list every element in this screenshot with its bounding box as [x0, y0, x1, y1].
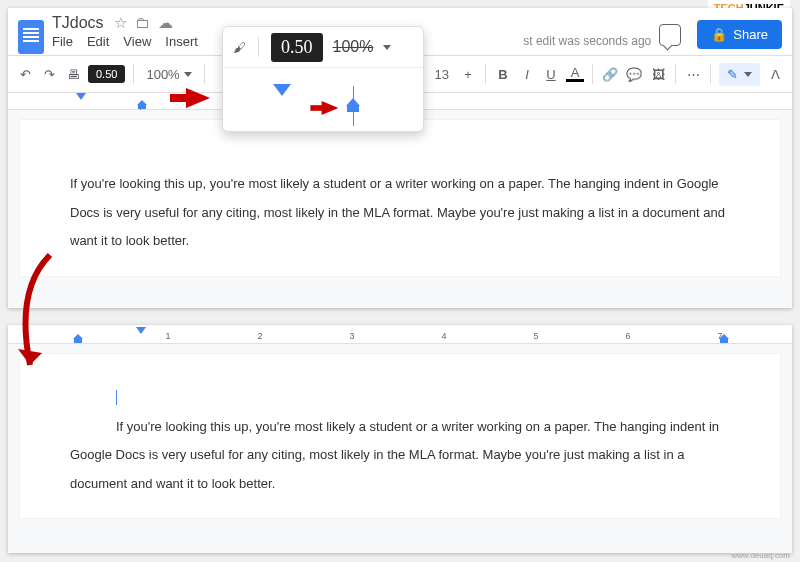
more-icon[interactable]: ⋯ [684, 67, 702, 82]
ruler-number: 1 [165, 331, 170, 341]
ruler-number: 6 [625, 331, 630, 341]
menu-insert[interactable]: Insert [165, 34, 198, 49]
zoom-label: 100% [333, 38, 374, 56]
expand-icon[interactable]: ᐱ [766, 67, 784, 82]
ruler-number: 7 [717, 331, 722, 341]
share-button[interactable]: 🔒 Share [697, 20, 782, 49]
image-icon[interactable]: 🖼 [649, 67, 667, 82]
ruler-number: 4 [441, 331, 446, 341]
bold-button[interactable]: B [494, 67, 512, 82]
left-indent-marker[interactable] [347, 106, 359, 112]
ruler-zoom-popup: 🖌 0.50 100% [222, 26, 424, 132]
print-icon[interactable]: 🖶 [64, 67, 82, 82]
left-indent-marker[interactable] [74, 339, 82, 343]
star-icon[interactable]: ☆ [114, 14, 127, 32]
indent-value-large: 0.50 [271, 33, 323, 62]
first-line-indent-marker[interactable] [136, 327, 146, 334]
ruler-number: 3 [349, 331, 354, 341]
add-comment-icon[interactable]: 💬 [625, 67, 643, 82]
chevron-down-icon [184, 72, 192, 77]
document-page[interactable]: If you're looking this up, you're most l… [20, 120, 780, 276]
source-watermark: www.deuaq.com [731, 551, 790, 560]
ruler-number: 5 [533, 331, 538, 341]
document-page-result[interactable]: If you're looking this up, you're most l… [20, 354, 780, 518]
cloud-status-icon: ☁ [158, 14, 173, 32]
zoom-select[interactable]: 100% [142, 67, 195, 82]
undo-icon[interactable]: ↶ [16, 67, 34, 82]
menu-edit[interactable]: Edit [87, 34, 109, 49]
document-title[interactable]: TJdocs [52, 14, 104, 32]
instruction-arrow-icon [186, 88, 210, 108]
first-line-indent-marker[interactable] [76, 93, 86, 100]
docs-logo-icon[interactable] [18, 20, 44, 54]
font-size-select[interactable]: 13 [431, 67, 453, 82]
comment-icon[interactable] [659, 24, 681, 46]
instruction-curve-arrow-icon [10, 250, 70, 390]
editing-mode-button[interactable]: ✎ [719, 63, 760, 86]
body-text: If you're looking this up, you're most l… [70, 413, 730, 499]
body-text: If you're looking this up, you're most l… [70, 176, 725, 248]
chevron-down-icon [744, 72, 752, 77]
first-line-indent-marker[interactable] [273, 84, 291, 96]
indent-value-tag: 0.50 [88, 65, 125, 83]
text-cursor [116, 390, 117, 405]
move-icon[interactable]: 🗀 [135, 14, 150, 32]
ruler-bottom[interactable]: 1 2 3 4 5 6 7 [8, 325, 792, 344]
edit-status: st edit was seconds ago [523, 34, 651, 49]
link-icon[interactable]: 🔗 [601, 67, 619, 82]
underline-button[interactable]: U [542, 67, 560, 82]
ruler-number: 2 [257, 331, 262, 341]
text-color-button[interactable]: A [566, 66, 584, 82]
menu-view[interactable]: View [123, 34, 151, 49]
italic-button[interactable]: I [518, 67, 536, 82]
lock-icon: 🔒 [711, 27, 727, 42]
menu-file[interactable]: File [52, 34, 73, 49]
chevron-down-icon [383, 45, 391, 50]
paint-format-icon[interactable]: 🖌 [233, 40, 246, 55]
pencil-icon: ✎ [727, 67, 738, 82]
bottom-panel: 1 2 3 4 5 6 7 If you're looking this up,… [8, 325, 792, 553]
redo-icon[interactable]: ↷ [40, 67, 58, 82]
instruction-arrow-icon [322, 101, 339, 115]
font-size-up-icon[interactable]: + [459, 67, 477, 82]
